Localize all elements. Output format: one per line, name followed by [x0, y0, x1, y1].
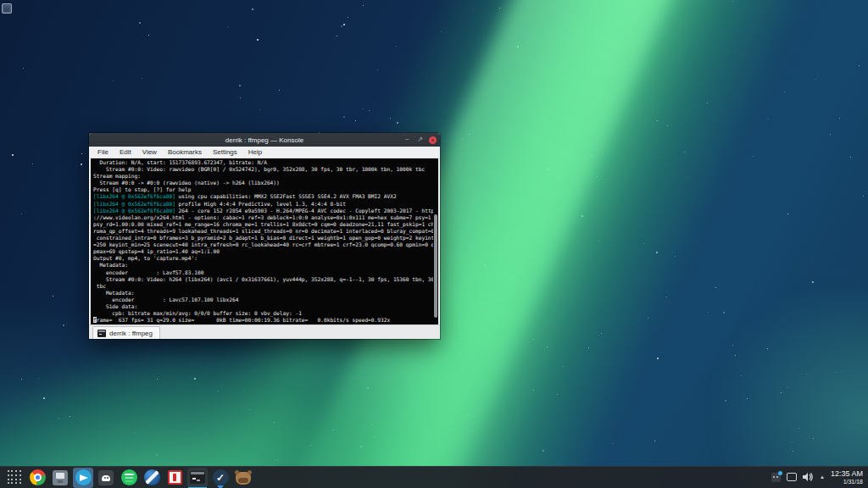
tab-label: derrik : ffmpeg [109, 330, 153, 337]
discord-icon [98, 470, 114, 485]
terminal-line: ://www.videolan.org/x264.html - options:… [93, 214, 437, 221]
terminal-line: Metadata: [93, 290, 437, 297]
window-title: derrik : ffmpeg — Konsole [89, 136, 440, 144]
taskbar-recorder-app[interactable] [164, 468, 185, 488]
taskbar-blue-ball-app[interactable] [142, 468, 162, 488]
terminal-tab-icon [97, 330, 106, 337]
terminal-line: Metadata: [93, 262, 437, 269]
menu-edit[interactable]: Edit [120, 148, 131, 156]
blue-ball-icon [144, 469, 160, 485]
chrome-icon [30, 469, 46, 485]
taskbar-chrome[interactable] [27, 468, 47, 488]
terminal-line: encoder : Lavf57.83.100 [93, 269, 437, 276]
close-button[interactable]: × [429, 136, 437, 144]
recorder-icon [168, 470, 182, 485]
package-app-icon [53, 470, 68, 485]
menu-view[interactable]: View [142, 148, 157, 156]
taskbar-package-app[interactable] [50, 468, 70, 488]
taskbar-check-app[interactable]: ✓ [210, 468, 231, 488]
menu-bar: File Edit View Bookmarks Settings Help [89, 147, 440, 158]
menu-file[interactable]: File [97, 148, 108, 156]
konsole-window: derrik : ffmpeg — Konsole − ↗ × File Edi… [89, 133, 440, 339]
tray-expand-caret-icon[interactable]: ▲ [820, 474, 825, 480]
terminal-line: Press [q] to stop, [?] for help [93, 186, 437, 193]
terminal-line: [libx264 @ 0x562ef6f6ca80] profile High … [93, 201, 437, 208]
discord-tray-icon[interactable] [771, 473, 781, 482]
desktop-toolbox-icon[interactable] [2, 3, 12, 14]
bear-face-icon [236, 472, 251, 485]
terminal-viewport[interactable]: Duration: N/A, start: 1517376893.672347,… [91, 158, 438, 324]
konsole-icon [190, 471, 205, 484]
desktop: derrik : ffmpeg — Konsole − ↗ × File Edi… [0, 0, 868, 488]
terminal-line: Stream #0:0: Video: h264 (libx264) (avc1… [93, 276, 437, 283]
terminal-line: Output #0, mp4, to 'capture.mp4': [93, 255, 437, 262]
terminal-line: roma_qp_offset=4 threads=9 lookahead_thr… [93, 228, 437, 235]
app-grid-icon [8, 470, 22, 485]
notification-dot [778, 471, 782, 475]
terminal-line: Stream #0:0 -> #0:0 (rawvideo (native) -… [93, 180, 437, 186]
taskbar-spotify[interactable] [119, 468, 139, 488]
terminal-cursor: f [93, 317, 97, 323]
clock-time: 12:35 AM [831, 470, 863, 479]
clock-date: 1/31/18 [831, 479, 863, 485]
terminal-line: pmax=69 qpstep=4 ip_ratio=1.40 aq=1:1.00 [93, 248, 437, 255]
terminal-line: [libx264 @ 0x562ef6f6ca80] using cpu cap… [93, 193, 437, 200]
menu-settings[interactable]: Settings [213, 148, 237, 156]
terminal-line: encoder : Lavc57.107.100 libx264 [93, 297, 437, 303]
taskbar: ✓ ▲ 12:35 AM 1/31/18 [0, 466, 868, 488]
menu-bookmarks[interactable]: Bookmarks [168, 148, 202, 156]
monitor-tray-icon[interactable] [787, 473, 797, 481]
terminal-line: [libx264 @ 0x562ef6f6ca80] 264 - core 15… [93, 208, 437, 214]
terminal-line: Stream mapping: [93, 173, 437, 180]
desktop-toolbox-inner [4, 8, 9, 12]
terminal-line: psy_rd=1.00:0.00 mixed_ref=1 me_range=16… [93, 221, 437, 228]
taskbar-telegram[interactable] [73, 468, 93, 488]
system-tray: ▲ 12:35 AM 1/31/18 [771, 470, 868, 485]
telegram-icon [75, 469, 92, 485]
menu-help[interactable]: Help [248, 148, 262, 156]
terminal-line: cpb: bitrate max/min/avg: 0/0/0 buffer s… [93, 310, 437, 317]
app-launcher-button[interactable] [4, 468, 25, 488]
window-controls: − ↗ × [403, 133, 437, 147]
terminal-line: Duration: N/A, start: 1517376893.672347,… [93, 159, 437, 166]
terminal-line: tbc [93, 283, 437, 290]
spotify-icon [121, 469, 137, 485]
clock[interactable]: 12:35 AM 1/31/18 [831, 470, 863, 485]
maximize-button[interactable]: ↗ [416, 136, 424, 144]
taskbar-launchers: ✓ [0, 468, 253, 488]
terminal-line: Stream #0:0: Video: rawvideo (BGR[0] / 0… [93, 166, 437, 173]
terminal-scrollbar[interactable] [433, 158, 438, 324]
tab-derrik-ffmpeg[interactable]: derrik : ffmpeg [92, 326, 160, 339]
scrollbar-thumb[interactable] [434, 214, 437, 318]
terminal-line: Side data: [93, 303, 437, 310]
tab-bar: derrik : ffmpeg [89, 324, 440, 339]
terminal-line: frame= 637 fps= 31 q=29.0 size= 0kB time… [93, 317, 437, 324]
minimize-button[interactable]: − [403, 136, 411, 144]
terminal-line: constrained_intra=0 bframes=3 b_pyramid=… [93, 235, 437, 241]
taskbar-discord[interactable] [96, 468, 116, 488]
terminal-line: =250 keyint_min=25 scenecut=40 intra_ref… [93, 241, 437, 248]
taskbar-konsole[interactable] [187, 468, 208, 488]
check-app-icon: ✓ [213, 469, 229, 485]
window-titlebar[interactable]: derrik : ffmpeg — Konsole − ↗ × [89, 133, 440, 147]
taskbar-bear-app[interactable] [233, 468, 253, 488]
volume-icon[interactable] [803, 472, 814, 482]
terminal-output: Duration: N/A, start: 1517376893.672347,… [91, 158, 438, 324]
